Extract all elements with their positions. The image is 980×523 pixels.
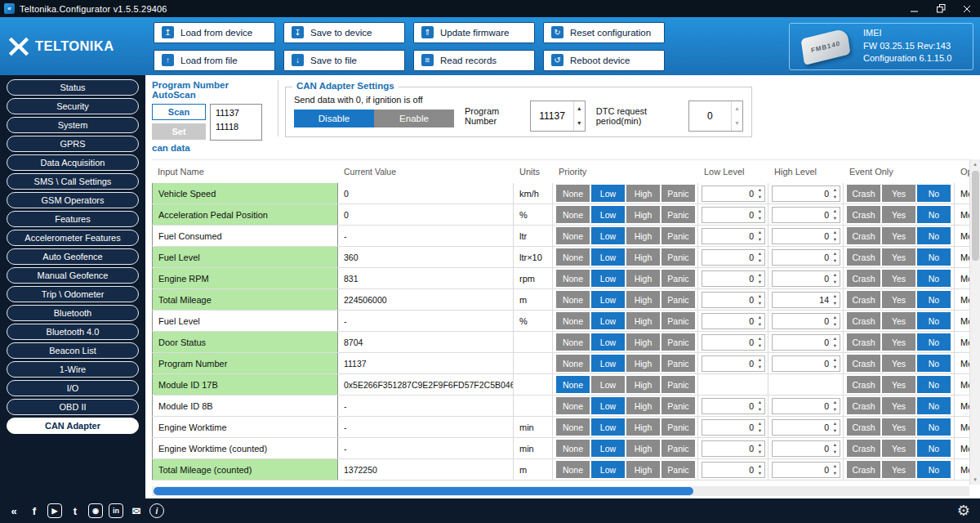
priority-none-button[interactable]: None bbox=[556, 461, 590, 478]
event-no-button[interactable]: No bbox=[917, 355, 951, 372]
event-no-button[interactable]: No bbox=[917, 248, 951, 266]
enable-button[interactable]: Enable bbox=[374, 110, 454, 127]
priority-panic-button[interactable]: Panic bbox=[662, 185, 695, 202]
priority-low-button[interactable]: Low bbox=[591, 270, 625, 287]
minimize-button[interactable] bbox=[902, 0, 928, 17]
event-no-button[interactable]: No bbox=[917, 397, 951, 414]
scan-button[interactable]: Scan bbox=[152, 104, 206, 120]
event-crash-button[interactable]: Crash bbox=[847, 440, 880, 457]
collapse-icon[interactable]: « bbox=[7, 503, 21, 518]
spinner-up-icon[interactable]: ▴ bbox=[755, 293, 764, 300]
horizontal-scrollbar[interactable] bbox=[152, 486, 969, 496]
spinner-down-icon[interactable]: ▾ bbox=[831, 300, 840, 307]
spinner-down-icon[interactable]: ▾ bbox=[755, 427, 764, 435]
priority-none-button[interactable]: None bbox=[556, 291, 590, 308]
spinner-up-icon[interactable]: ▴ bbox=[755, 335, 764, 342]
priority-none-button[interactable]: None bbox=[556, 418, 590, 436]
linkedin-icon[interactable]: in bbox=[109, 503, 123, 518]
priority-low-button[interactable]: Low bbox=[591, 185, 625, 202]
priority-high-button[interactable]: High bbox=[626, 376, 660, 393]
priority-high-button[interactable]: High bbox=[626, 440, 660, 457]
spinner-up-icon[interactable]: ▴ bbox=[831, 463, 840, 470]
event-crash-button[interactable]: Crash bbox=[847, 333, 880, 351]
priority-panic-button[interactable]: Panic bbox=[662, 227, 695, 244]
level-spinner[interactable]: 0▴▾ bbox=[772, 249, 840, 266]
spinner-up-icon[interactable]: ▴ bbox=[574, 101, 585, 116]
event-yes-button[interactable]: Yes bbox=[882, 461, 915, 478]
priority-high-button[interactable]: High bbox=[626, 461, 660, 478]
priority-panic-button[interactable]: Panic bbox=[662, 461, 695, 478]
vertical-scrollbar[interactable]: ▴ ▾ bbox=[969, 159, 980, 485]
event-no-button[interactable]: No bbox=[917, 418, 951, 436]
info-icon[interactable]: i bbox=[149, 503, 164, 518]
youtube-icon[interactable]: ▶ bbox=[47, 503, 62, 518]
vertical-scrollbar-thumb[interactable] bbox=[972, 171, 979, 261]
event-yes-button[interactable]: Yes bbox=[882, 397, 915, 414]
level-spinner[interactable]: 0▴▾ bbox=[772, 334, 840, 351]
spinner-down-icon[interactable]: ▾ bbox=[831, 194, 840, 201]
level-spinner[interactable]: 0▴▾ bbox=[702, 419, 765, 436]
priority-low-button[interactable]: Low bbox=[591, 227, 625, 244]
save-to-device-button[interactable]: ↧Save to device bbox=[283, 22, 405, 43]
update-firmware-button[interactable]: ⇑Update firmware bbox=[413, 22, 535, 43]
event-yes-button[interactable]: Yes bbox=[882, 376, 915, 393]
scroll-up-icon[interactable]: ▴ bbox=[973, 159, 977, 169]
level-spinner[interactable]: 0▴▾ bbox=[772, 228, 840, 244]
reset-configuration-button[interactable]: ↻Reset configuration bbox=[543, 22, 665, 43]
spinner-down-icon[interactable]: ▾ bbox=[831, 257, 840, 265]
sidebar-item-data-acquisition[interactable]: Data Acquisition bbox=[7, 154, 139, 171]
sidebar-item-bluetooth[interactable]: Bluetooth bbox=[7, 305, 139, 321]
event-crash-button[interactable]: Crash bbox=[847, 355, 880, 372]
spinner-up-icon[interactable]: ▴ bbox=[831, 271, 840, 279]
spinner-up-icon[interactable]: ▴ bbox=[755, 441, 764, 449]
load-from-device-button[interactable]: ↥Load from device bbox=[154, 22, 275, 43]
spinner-down-icon[interactable]: ▾ bbox=[831, 342, 840, 350]
sidebar-item-status[interactable]: Status bbox=[7, 79, 139, 96]
spinner-up-icon[interactable]: ▴ bbox=[755, 314, 764, 321]
priority-high-button[interactable]: High bbox=[626, 418, 660, 436]
spinner-down-icon[interactable]: ▾ bbox=[831, 215, 840, 222]
level-spinner[interactable]: 0▴▾ bbox=[702, 292, 765, 308]
spinner-up-icon[interactable]: ▴ bbox=[831, 420, 840, 427]
priority-low-button[interactable]: Low bbox=[591, 376, 625, 393]
spinner-up-icon[interactable]: ▴ bbox=[831, 229, 840, 236]
spinner-down-icon[interactable]: ▾ bbox=[755, 364, 764, 371]
level-spinner[interactable]: 0▴▾ bbox=[772, 355, 840, 372]
event-crash-button[interactable]: Crash bbox=[847, 227, 880, 244]
event-no-button[interactable]: No bbox=[917, 206, 951, 223]
event-no-button[interactable]: No bbox=[917, 376, 951, 393]
priority-none-button[interactable]: None bbox=[556, 355, 590, 372]
priority-panic-button[interactable]: Panic bbox=[662, 270, 695, 287]
level-spinner[interactable]: 0▴▾ bbox=[702, 398, 765, 414]
level-spinner[interactable]: 0▴▾ bbox=[702, 186, 765, 202]
spinner-up-icon[interactable]: ▴ bbox=[831, 441, 840, 449]
spinner-down-icon[interactable]: ▾ bbox=[831, 364, 840, 371]
sidebar-item-features[interactable]: Features bbox=[7, 211, 139, 227]
priority-none-button[interactable]: None bbox=[556, 270, 590, 287]
spinner-down-icon[interactable]: ▾ bbox=[831, 236, 840, 244]
priority-none-button[interactable]: None bbox=[556, 333, 590, 351]
event-yes-button[interactable]: Yes bbox=[882, 418, 915, 436]
sidebar-item-accelerometer-features[interactable]: Accelerometer Features bbox=[7, 230, 139, 246]
spinner-down-icon[interactable]: ▾ bbox=[755, 236, 764, 244]
spinner-down-icon[interactable]: ▾ bbox=[831, 470, 840, 477]
spinner-up-icon[interactable]: ▴ bbox=[831, 335, 840, 342]
spinner-up-icon[interactable]: ▴ bbox=[732, 101, 742, 116]
priority-none-button[interactable]: None bbox=[556, 185, 590, 202]
level-spinner[interactable]: 0▴▾ bbox=[772, 398, 840, 414]
priority-low-button[interactable]: Low bbox=[591, 248, 625, 266]
dtc-period-spinner[interactable]: 0 ▴▾ bbox=[688, 101, 743, 132]
twitter-icon[interactable]: t bbox=[68, 503, 82, 518]
priority-panic-button[interactable]: Panic bbox=[662, 333, 695, 351]
spinner-down-icon[interactable]: ▾ bbox=[755, 194, 764, 201]
spinner-down-icon[interactable]: ▾ bbox=[574, 116, 585, 131]
priority-low-button[interactable]: Low bbox=[591, 206, 625, 223]
spinner-down-icon[interactable]: ▾ bbox=[831, 427, 840, 435]
level-spinner[interactable]: 0▴▾ bbox=[702, 270, 765, 287]
spinner-up-icon[interactable]: ▴ bbox=[831, 208, 840, 215]
priority-low-button[interactable]: Low bbox=[591, 397, 625, 414]
event-yes-button[interactable]: Yes bbox=[882, 185, 915, 202]
spinner-up-icon[interactable]: ▴ bbox=[831, 293, 840, 300]
priority-panic-button[interactable]: Panic bbox=[662, 206, 695, 223]
spinner-down-icon[interactable]: ▾ bbox=[755, 406, 764, 413]
